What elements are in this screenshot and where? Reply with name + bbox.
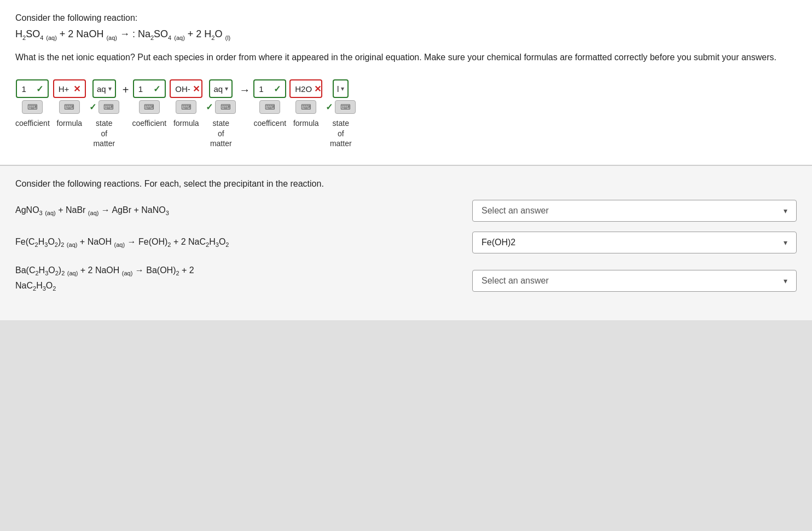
instructions-text: What is the net ionic equation? Put each… [15, 51, 797, 65]
species2-formula-label: formula [173, 118, 199, 128]
species3-state-check: ✓ [326, 102, 333, 112]
ionic-builder: 1 ✓ ⌨ coefficient H+ ✕ ⌨ formula aq [15, 79, 797, 148]
species3-state-key[interactable]: ⌨ [335, 100, 356, 114]
species2-state-check: ✓ [206, 102, 213, 112]
reaction3-formula: Ba(C2H3O2)2 (aq) + 2 NaOH (aq) → Ba(OH)2… [15, 263, 461, 294]
reaction-row-1: AgNO3 (aq) + NaBr (aq) → AgBr + NaNO3 Se… [15, 200, 797, 222]
species2-formula-col: OH- ✕ ⌨ formula [170, 79, 202, 128]
species3-coefficient-check: ✓ [274, 84, 281, 94]
species2-coefficient-col: 1 ✓ ⌨ coefficient [132, 79, 166, 128]
species1-state-key[interactable]: ⌨ [98, 100, 119, 114]
species1-state-label: stateofmatter [93, 118, 115, 148]
species2-state-select[interactable]: aq ▾ [209, 79, 233, 98]
species3-formula-key[interactable]: ⌨ [295, 100, 316, 114]
reaction1-answer-select[interactable]: Select an answer ▾ [472, 200, 797, 222]
species2-coefficient-key[interactable]: ⌨ [139, 100, 160, 114]
species2-state-chevron: ▾ [225, 85, 228, 93]
species3-coefficient-key[interactable]: ⌨ [259, 100, 280, 114]
species1-formula-label: formula [56, 118, 82, 128]
species1-state-select[interactable]: aq ▾ [92, 79, 116, 98]
reaction-row-2: Fe(C2H3O2)2 (aq) + NaOH (aq) → Fe(OH)2 +… [15, 232, 797, 253]
reaction-row-3: Ba(C2H3O2)2 (aq) + 2 NaOH (aq) → Ba(OH)2… [15, 263, 797, 294]
species3-formula-x: ✕ [314, 84, 321, 94]
species2-state-key[interactable]: ⌨ [215, 100, 236, 114]
species3-coefficient-label: coefficent [253, 118, 286, 128]
reaction2-answer-text: Fe(OH)2 [482, 238, 515, 247]
species3-formula-box[interactable]: H2O ✕ [289, 79, 322, 98]
species1-state-chevron: ▾ [108, 85, 112, 93]
species2-formula-x: ✕ [193, 84, 200, 94]
species1-formula-x: ✕ [73, 84, 80, 94]
species1-state-col: aq ▾ ✓ ⌨ stateofmatter [89, 79, 119, 148]
reaction3-chevron: ▾ [784, 276, 787, 285]
reaction2-answer-select[interactable]: Fe(OH)2 ▾ [472, 232, 797, 253]
species3-coefficient-box[interactable]: 1 ✓ [253, 79, 286, 98]
species2-coefficient-check: ✓ [153, 84, 160, 94]
species3-formula-col: H2O ✕ ⌨ formula [289, 79, 322, 128]
species3-coefficient-col: 1 ✓ ⌨ coefficent [253, 79, 286, 128]
reaction2-formula: Fe(C2H3O2)2 (aq) + NaOH (aq) → Fe(OH)2 +… [15, 235, 461, 250]
reaction3-formula-block: Ba(C2H3O2)2 (aq) + 2 NaOH (aq) → Ba(OH)2… [15, 263, 461, 294]
bottom-section: Consider the following reactions. For ea… [0, 166, 812, 320]
reaction1-answer-text: Select an answer [482, 206, 549, 216]
section-title: Consider the following reactions. For ea… [15, 179, 797, 189]
reaction2-chevron: ▾ [784, 238, 787, 247]
species2-state-col: aq ▾ ✓ ⌨ stateofmatter [206, 79, 236, 148]
reaction3-answer-select[interactable]: Select an answer ▾ [472, 270, 797, 292]
operator-arrow: → [239, 79, 250, 96]
species1-coefficient-check: ✓ [36, 84, 43, 94]
species1-coefficient-key[interactable]: ⌨ [22, 100, 43, 114]
consider-label: Consider the following reaction: [15, 13, 797, 23]
species1-formula-box[interactable]: H+ ✕ [53, 79, 86, 98]
reaction1-chevron: ▾ [784, 206, 787, 215]
top-section: Consider the following reaction: H2SO4 (… [0, 0, 812, 166]
reaction3-answer-text: Select an answer [482, 276, 549, 286]
species1-coefficient-box[interactable]: 1 ✓ [16, 79, 49, 98]
species2-coefficient-label: coefficient [132, 118, 166, 128]
operator-plus-1: + [123, 79, 129, 96]
species2-coefficient-box[interactable]: 1 ✓ [133, 79, 166, 98]
species2-formula-key[interactable]: ⌨ [176, 100, 196, 114]
reaction1-formula: AgNO3 (aq) + NaBr (aq) → AgBr + NaNO3 [15, 204, 461, 218]
species1-formula-col: H+ ✕ ⌨ formula [53, 79, 86, 128]
species3-state-chevron: ▾ [341, 85, 344, 93]
equation-display: H2SO4 (aq) + 2 NaOH (aq) → : Na2SO4 (aq)… [15, 28, 797, 41]
species1-formula-key[interactable]: ⌨ [59, 100, 80, 114]
species3-state-label: stateofmatter [330, 118, 352, 148]
species2-formula-box[interactable]: OH- ✕ [170, 79, 202, 98]
species2-state-label: stateofmatter [210, 118, 232, 148]
species3-state-col: l ▾ ✓ ⌨ stateofmatter [326, 79, 356, 148]
species3-state-select[interactable]: l ▾ [333, 79, 349, 98]
species1-coefficient-col: 1 ✓ ⌨ coefficient [15, 79, 50, 128]
species3-formula-label: formula [293, 118, 319, 128]
species1-state-check: ✓ [89, 102, 96, 112]
species1-coefficient-label: coefficient [15, 118, 50, 128]
